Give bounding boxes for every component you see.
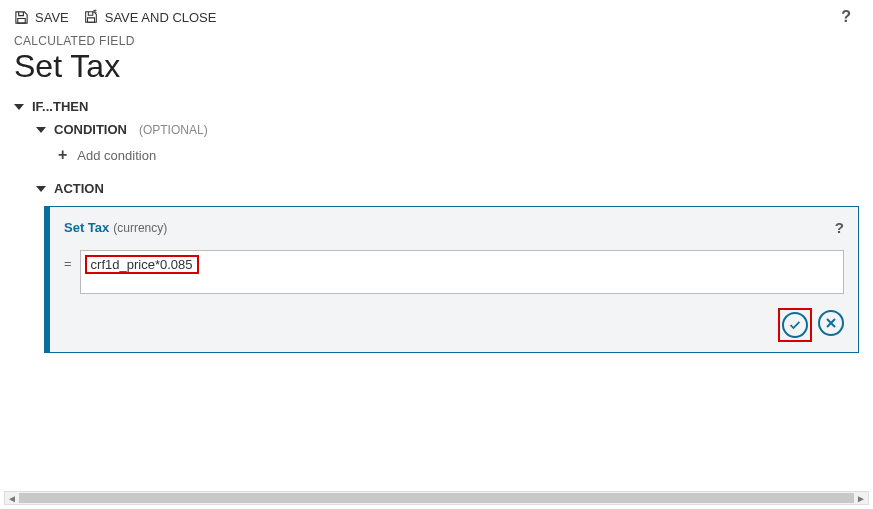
action-panel-title: Set Tax xyxy=(64,220,109,235)
scroll-thumb[interactable] xyxy=(19,493,854,503)
equals-label: = xyxy=(64,250,72,271)
action-panel-wrap: Set Tax (currency) ? = crf1d_price*0.085 xyxy=(44,206,859,353)
condition-label: CONDITION xyxy=(54,122,127,137)
action-row[interactable]: ACTION xyxy=(36,177,859,200)
caret-down-icon xyxy=(14,104,24,110)
toolbar-left: SAVE SAVE AND CLOSE xyxy=(14,9,216,25)
action-panel: Set Tax (currency) ? = crf1d_price*0.085 xyxy=(44,206,859,353)
caret-down-icon xyxy=(36,186,46,192)
cancel-button[interactable] xyxy=(818,310,844,336)
eyebrow: CALCULATED FIELD xyxy=(0,30,873,48)
action-panel-head: Set Tax (currency) ? xyxy=(64,219,844,236)
check-icon xyxy=(788,318,802,332)
close-icon xyxy=(825,317,837,329)
formula-text: crf1d_price*0.085 xyxy=(91,257,193,272)
save-close-icon xyxy=(83,9,99,25)
horizontal-scrollbar[interactable]: ◄ ► xyxy=(4,491,869,505)
panel-help-icon[interactable]: ? xyxy=(835,219,844,236)
action-label: ACTION xyxy=(54,181,104,196)
condition-row[interactable]: CONDITION (OPTIONAL) xyxy=(36,118,859,141)
formula-input[interactable]: crf1d_price*0.085 xyxy=(80,250,844,294)
caret-down-icon xyxy=(36,127,46,133)
condition-optional: (OPTIONAL) xyxy=(139,123,208,137)
scroll-left-icon[interactable]: ◄ xyxy=(5,492,19,504)
save-close-label: SAVE AND CLOSE xyxy=(105,10,217,25)
save-label: SAVE xyxy=(35,10,69,25)
toolbar-right: ? xyxy=(841,8,859,26)
add-condition-button[interactable]: + Add condition xyxy=(58,141,859,177)
help-icon[interactable]: ? xyxy=(841,8,859,26)
save-close-button[interactable]: SAVE AND CLOSE xyxy=(83,9,217,25)
confirm-highlight xyxy=(780,310,810,340)
page-title: Set Tax xyxy=(0,48,873,95)
page-root: SAVE SAVE AND CLOSE ? CALCULATED FIELD S… xyxy=(0,0,873,509)
confirm-button[interactable] xyxy=(782,312,808,338)
add-condition-label: Add condition xyxy=(77,148,156,163)
scroll-right-icon[interactable]: ► xyxy=(854,492,868,504)
plus-icon: + xyxy=(58,147,67,163)
save-button[interactable]: SAVE xyxy=(14,10,69,25)
action-panel-subtitle: (currency) xyxy=(113,221,167,235)
panel-actions xyxy=(64,310,844,340)
formula-highlight: crf1d_price*0.085 xyxy=(87,257,197,272)
ifthen-row[interactable]: IF...THEN xyxy=(14,95,859,118)
toolbar: SAVE SAVE AND CLOSE ? xyxy=(0,0,873,30)
formula-row: = crf1d_price*0.085 xyxy=(64,250,844,294)
ifthen-label: IF...THEN xyxy=(32,99,88,114)
save-icon xyxy=(14,10,29,25)
scroll-track[interactable] xyxy=(19,493,854,503)
